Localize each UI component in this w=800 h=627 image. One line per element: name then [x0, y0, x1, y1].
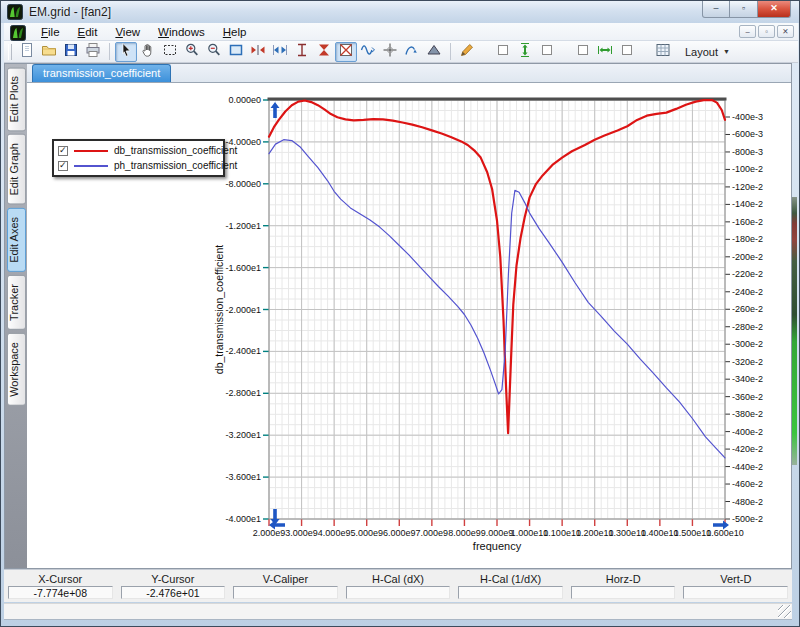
- zoomin-icon: [184, 42, 200, 58]
- curve-marker-button[interactable]: [401, 42, 423, 62]
- sine-trace-button[interactable]: [357, 42, 379, 62]
- svg-text:-2.800e1: -2.800e1: [225, 388, 261, 398]
- varrows-icon: [517, 42, 533, 58]
- svg-text:-140e-2: -140e-2: [732, 199, 763, 209]
- toolbar-grip[interactable]: [8, 44, 12, 60]
- status-field-label: Y-Cursor: [117, 570, 230, 585]
- mdi-minimize-button[interactable]: –: [739, 25, 756, 38]
- v-fit-button[interactable]: [291, 42, 313, 62]
- mdi-close-button[interactable]: ✕: [777, 25, 794, 38]
- floppy-icon: [63, 42, 79, 58]
- folder-icon: [41, 42, 57, 58]
- status-h-cal-1dx: H-Cal (1/dX): [454, 570, 567, 602]
- svg-text:-480e-2: -480e-2: [732, 497, 763, 507]
- v-collapse-button[interactable]: [313, 42, 335, 62]
- sine-icon: [360, 42, 376, 58]
- layout-grid-button[interactable]: [652, 42, 674, 62]
- svg-text:0.000e0: 0.000e0: [228, 95, 261, 105]
- autoscale-button[interactable]: [335, 42, 357, 62]
- tab-edit-graph[interactable]: Edit Graph: [7, 134, 26, 205]
- tab-tracker[interactable]: Tracker: [7, 275, 26, 330]
- v-link-arrows[interactable]: [514, 42, 536, 62]
- separator-3[interactable]: [478, 42, 492, 62]
- svg-text:-2.000e1: -2.000e1: [225, 305, 261, 315]
- svg-text:-800e-3: -800e-3: [732, 147, 763, 157]
- menu-view[interactable]: View: [106, 25, 149, 39]
- zoom-in-button[interactable]: [181, 42, 203, 62]
- h-link-arrows[interactable]: [594, 42, 616, 62]
- sidebar-tab-strip: Edit Plots Edit Graph Edit Axes Tracker …: [5, 64, 27, 568]
- tab-edit-axes[interactable]: Edit Axes: [7, 208, 26, 272]
- status-field-value: -7.774e+08: [8, 586, 113, 599]
- menu-edit[interactable]: Edit: [69, 25, 107, 39]
- tab-edit-plots[interactable]: Edit Plots: [7, 67, 26, 131]
- h-link-left-checkbox[interactable]: [572, 42, 594, 62]
- status-field-value: [233, 586, 338, 599]
- mdi-restore-button[interactable]: ▫: [758, 25, 775, 38]
- zoom-window-button[interactable]: [225, 42, 247, 62]
- maximize-button[interactable]: ▫: [730, 1, 757, 18]
- axis-titles: frequencydb_transmission_coefficient: [213, 245, 522, 552]
- legend-item-db-transmission-coefficient: db_transmission_coefficient: [58, 143, 219, 158]
- svg-text:-400e-3: -400e-3: [732, 112, 763, 122]
- legend-checkbox[interactable]: [58, 161, 68, 171]
- svg-text:-2.400e1: -2.400e1: [225, 346, 261, 356]
- save-button[interactable]: [60, 42, 82, 62]
- h-collapse-button[interactable]: [247, 42, 269, 62]
- minimize-button[interactable]: –: [702, 1, 730, 18]
- menu-help[interactable]: Help: [214, 25, 256, 39]
- separator-4[interactable]: [638, 42, 652, 62]
- svg-text:6.000e9: 6.000e9: [383, 528, 416, 538]
- annotate-pencil-button[interactable]: [456, 42, 478, 62]
- separator-2[interactable]: [450, 43, 451, 60]
- menu-file[interactable]: File: [32, 25, 69, 39]
- h-link-right-checkbox[interactable]: [616, 42, 638, 62]
- crosshair-icon: [382, 42, 398, 58]
- legend-checkbox[interactable]: [58, 146, 68, 156]
- svg-text:-440e-2: -440e-2: [732, 462, 763, 472]
- menu-bar: File Edit View Windows Help – ▫ ✕: [4, 23, 798, 41]
- pan-hand-button[interactable]: [137, 42, 159, 62]
- peak-marker-button[interactable]: [423, 42, 445, 62]
- x-axis-title: frequency: [473, 540, 522, 552]
- plot-legend[interactable]: db_transmission_coefficient ph_transmiss…: [52, 139, 225, 177]
- print-button[interactable]: [82, 42, 104, 62]
- svg-text:-8.000e0: -8.000e0: [225, 179, 261, 189]
- select-cursor-button[interactable]: [115, 42, 137, 62]
- tab-workspace[interactable]: Workspace: [7, 333, 26, 406]
- select-region-button[interactable]: [159, 42, 181, 62]
- layout-label: Layout: [685, 46, 718, 58]
- open-file-button[interactable]: [38, 42, 60, 62]
- svg-text:8.000e9: 8.000e9: [448, 528, 481, 538]
- menu-windows[interactable]: Windows: [149, 25, 214, 39]
- new-file-button[interactable]: [16, 42, 38, 62]
- status-field-label: H-Cal (1/dX): [454, 570, 567, 585]
- gap-1[interactable]: [558, 42, 572, 62]
- zoom-out-button[interactable]: [203, 42, 225, 62]
- h-expand-button[interactable]: [269, 42, 291, 62]
- v-link-left-checkbox[interactable]: [492, 42, 514, 62]
- checkbox-icon: [539, 42, 555, 58]
- status-y-cursor: Y-Cursor -2.476e+01: [117, 570, 230, 602]
- svg-text:-4.000e1: -4.000e1: [225, 514, 261, 524]
- resize-grip[interactable]: [778, 605, 791, 618]
- crosshair-tool-button[interactable]: [379, 42, 401, 62]
- separator-1[interactable]: [109, 43, 110, 60]
- window-edge-reflection: [792, 197, 797, 465]
- caret-down-icon: ▼: [723, 48, 730, 55]
- pencil-icon: [459, 42, 475, 58]
- bluerect-icon: [228, 42, 244, 58]
- v-link-right-checkbox[interactable]: [536, 42, 558, 62]
- layout-dropdown-button[interactable]: Layout ▼: [678, 43, 737, 61]
- status-field-label: V-Caliper: [229, 570, 342, 585]
- svg-text:-3.600e1: -3.600e1: [225, 472, 261, 482]
- plot-canvas[interactable]: 0.000e0-4.000e0-8.000e0-1.200e1-1.600e1-…: [27, 83, 791, 568]
- legend-label: db_transmission_coefficient: [114, 145, 237, 156]
- title-bar[interactable]: EM.grid - [fan2] – ▫ ✕: [1, 1, 799, 23]
- close-button[interactable]: ✕: [757, 1, 791, 18]
- y-axis-title: db_transmission_coefficient: [213, 245, 225, 374]
- svg-text:-220e-2: -220e-2: [732, 269, 763, 279]
- svg-text:-240e-2: -240e-2: [732, 287, 763, 297]
- legend-line-sample: [74, 165, 108, 167]
- tab-transmission-coefficient[interactable]: transmission_coefficient: [32, 64, 171, 82]
